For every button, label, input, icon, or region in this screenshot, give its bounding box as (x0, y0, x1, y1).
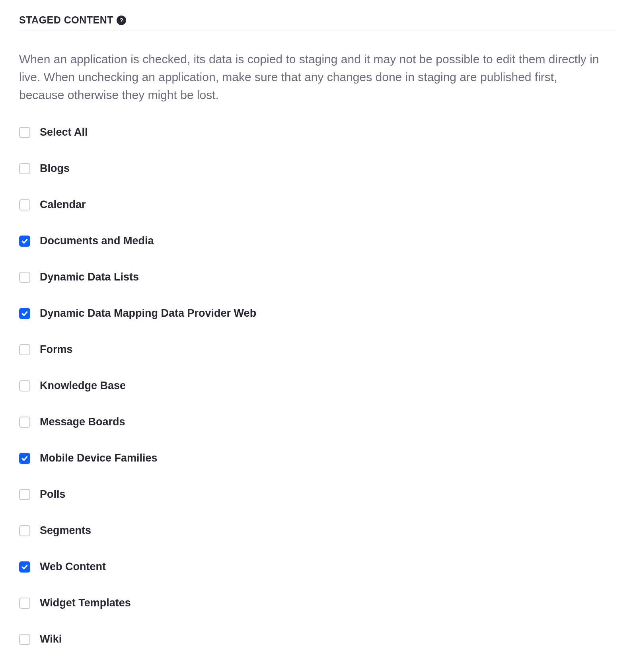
checkbox[interactable] (19, 344, 30, 355)
checkbox-row: Mobile Device Families (19, 452, 616, 464)
checkbox-label[interactable]: Documents and Media (40, 235, 154, 247)
checkbox-label[interactable]: Forms (40, 343, 73, 356)
checkbox-row: Documents and Media (19, 235, 616, 247)
checkbox[interactable] (19, 417, 30, 428)
checkbox-label[interactable]: Wiki (40, 633, 62, 645)
checkbox-row: Wiki (19, 633, 616, 645)
checkbox[interactable] (19, 489, 30, 500)
help-icon[interactable]: ? (117, 16, 126, 25)
checkbox[interactable] (19, 525, 30, 536)
checkbox[interactable] (19, 598, 30, 609)
checkbox-label[interactable]: Widget Templates (40, 597, 131, 609)
section-title: STAGED CONTENT (19, 14, 113, 26)
checkbox-row: Calendar (19, 199, 616, 211)
checkbox-label[interactable]: Calendar (40, 199, 86, 211)
checkbox-list: Select AllBlogsCalendarDocuments and Med… (19, 126, 616, 645)
checkbox[interactable] (19, 236, 30, 247)
checkbox-row: Segments (19, 524, 616, 537)
checkbox[interactable] (19, 199, 30, 210)
checkbox-label[interactable]: Web Content (40, 561, 106, 573)
checkbox-row: Select All (19, 126, 616, 138)
checkbox-label[interactable]: Message Boards (40, 416, 125, 428)
checkbox[interactable] (19, 127, 30, 138)
checkbox-row: Web Content (19, 561, 616, 573)
checkbox-label[interactable]: Dynamic Data Lists (40, 271, 139, 283)
checkbox-row: Knowledge Base (19, 380, 616, 392)
checkbox[interactable] (19, 380, 30, 392)
checkbox-row: Dynamic Data Lists (19, 271, 616, 283)
checkbox[interactable] (19, 272, 30, 283)
checkbox[interactable] (19, 634, 30, 645)
checkbox-label[interactable]: Mobile Device Families (40, 452, 158, 464)
checkbox[interactable] (19, 163, 30, 174)
section-description: When an application is checked, its data… (19, 50, 600, 104)
checkbox-label[interactable]: Select All (40, 126, 88, 138)
checkbox-label[interactable]: Polls (40, 488, 66, 501)
checkbox[interactable] (19, 308, 30, 319)
checkbox-row: Forms (19, 343, 616, 356)
checkbox-label[interactable]: Segments (40, 524, 91, 537)
checkbox[interactable] (19, 561, 30, 573)
section-header: STAGED CONTENT ? (19, 14, 616, 31)
checkbox-row: Widget Templates (19, 597, 616, 609)
checkbox[interactable] (19, 453, 30, 464)
checkbox-row: Dynamic Data Mapping Data Provider Web (19, 307, 616, 319)
checkbox-row: Polls (19, 488, 616, 501)
checkbox-label[interactable]: Blogs (40, 162, 70, 175)
checkbox-label[interactable]: Knowledge Base (40, 380, 126, 392)
checkbox-row: Blogs (19, 162, 616, 175)
checkbox-label[interactable]: Dynamic Data Mapping Data Provider Web (40, 307, 256, 319)
checkbox-row: Message Boards (19, 416, 616, 428)
